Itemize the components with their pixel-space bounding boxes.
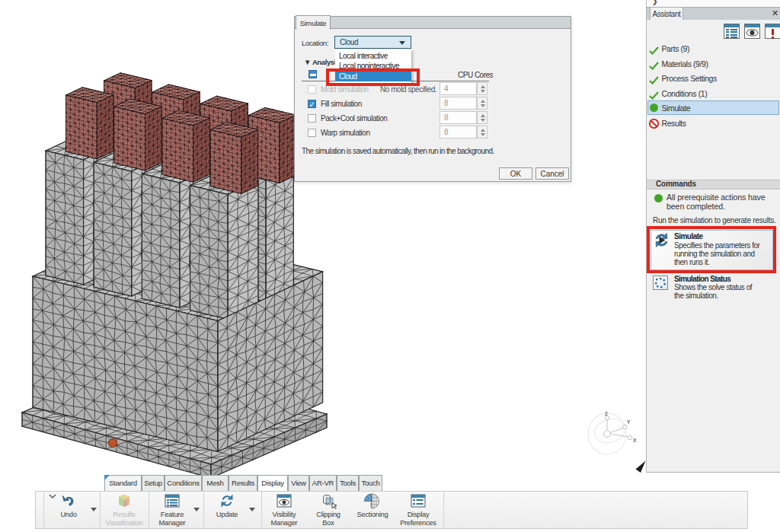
svg-text:Y: Y <box>627 419 631 425</box>
svg-text:2: 2 <box>605 411 608 416</box>
svg-text:X: X <box>633 438 637 443</box>
